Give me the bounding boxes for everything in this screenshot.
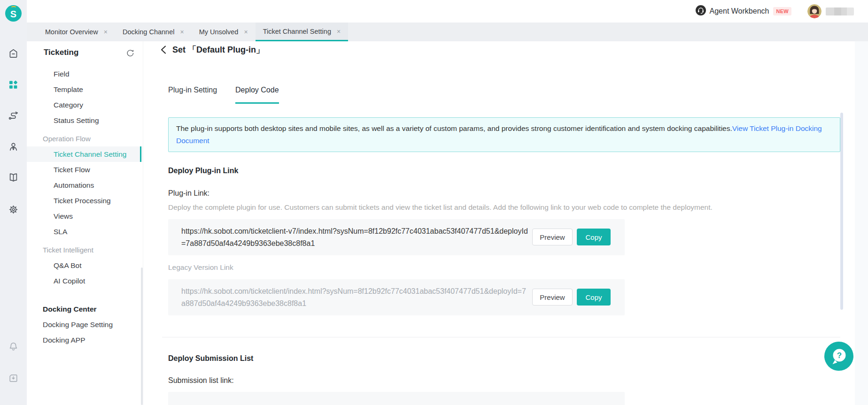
- sidebar-item-sla[interactable]: SLA: [27, 224, 143, 239]
- workflow-icon[interactable]: [8, 109, 19, 121]
- workspace-tab-bar: Monitor Overview × Docking Channel × My …: [27, 23, 868, 41]
- download-tray-icon[interactable]: [8, 372, 19, 384]
- help-question-bubble-icon: ?: [837, 351, 842, 360]
- sidebar-item-ticket-processing[interactable]: Ticket Processing: [27, 193, 143, 208]
- main-content: Set 「Default Plug-in」 Plug-in Setting De…: [143, 41, 855, 405]
- close-icon[interactable]: ×: [244, 28, 248, 36]
- sidebar-item-status-setting[interactable]: Status Setting: [27, 113, 143, 128]
- refresh-icon[interactable]: [126, 49, 134, 57]
- close-icon[interactable]: ×: [180, 28, 184, 36]
- plugin-link-box: https://hk.sobot.com/ticketclient-v7/ind…: [168, 219, 625, 255]
- sidebar-item-qa-bot[interactable]: Q&A Bot: [27, 258, 143, 273]
- customer-icon[interactable]: [8, 141, 19, 153]
- logo-letter: S: [10, 9, 16, 19]
- app-root: S: [0, 0, 868, 405]
- sidebar-item-automations[interactable]: Automations: [27, 177, 143, 193]
- sidebar-item-docking-page-setting[interactable]: Docking Page Setting: [27, 317, 143, 332]
- sidebar: Ticketing Field Template Category Status…: [27, 41, 143, 405]
- tab-plug-in-setting[interactable]: Plug-in Setting: [168, 86, 217, 104]
- workspace-tab-docking-channel[interactable]: Docking Channel ×: [115, 23, 192, 41]
- sidebar-item-ai-copilot[interactable]: AI Copilot: [27, 273, 143, 289]
- legacy-link-box: https://hk.sobot.com/ticketclient/index.…: [168, 279, 625, 315]
- submission-list-link-label: Submission list link:: [168, 376, 234, 385]
- topbar-right-cluster: Agent Workbench NEW: [696, 0, 854, 23]
- tab-label: My Unsolved: [199, 28, 239, 36]
- workspace-tab-ticket-channel-setting[interactable]: Ticket Channel Setting ×: [256, 23, 349, 41]
- sidebar-item-docking-app[interactable]: Docking APP: [27, 332, 143, 348]
- preview-button[interactable]: Preview: [532, 289, 573, 306]
- page-title: Set 「Default Plug-in」: [172, 44, 264, 55]
- sidebar-item-template[interactable]: Template: [27, 82, 143, 97]
- plugin-link-description: Deploy the complete plugin for use. Cust…: [168, 203, 713, 212]
- tab-label: Monitor Overview: [45, 28, 98, 36]
- new-badge: NEW: [773, 7, 791, 15]
- submission-link-box: [168, 392, 625, 405]
- tab-label: Ticket Channel Setting: [263, 28, 331, 35]
- headset-icon[interactable]: [696, 5, 706, 17]
- sobot-logo: S: [5, 5, 22, 22]
- sidebar-item-ticket-flow[interactable]: Ticket Flow: [27, 162, 143, 177]
- tab-deploy-code[interactable]: Deploy Code: [235, 86, 279, 104]
- avatar[interactable]: [807, 4, 822, 18]
- plugin-url-text: https://hk.sobot.com/ticketclient-v7/ind…: [181, 225, 530, 249]
- page-scrollbar-gutter: [855, 41, 868, 405]
- section-divider: [162, 337, 840, 337]
- username-redacted[interactable]: [826, 8, 854, 15]
- sidebar-header: Ticketing: [27, 41, 143, 66]
- apps-icon[interactable]: [8, 79, 19, 91]
- tab-label: Docking Channel: [123, 28, 174, 36]
- sidebar-scrollbar-thumb[interactable]: [141, 267, 143, 405]
- sidebar-item-field[interactable]: Field: [27, 66, 143, 82]
- knowledge-book-icon[interactable]: [8, 172, 19, 183]
- content-tabs: Plug-in Setting Deploy Code: [168, 86, 297, 104]
- close-icon[interactable]: ×: [104, 28, 108, 36]
- settings-gear-icon[interactable]: [8, 204, 19, 215]
- sidebar-group-docking-center[interactable]: Docking Center: [27, 301, 143, 317]
- notification-bell-icon[interactable]: [8, 341, 19, 352]
- legacy-url-text: https://hk.sobot.com/ticketclient/index.…: [181, 285, 530, 309]
- preview-button[interactable]: Preview: [532, 229, 573, 245]
- plugin-link-label: Plug-in Link:: [168, 189, 209, 198]
- sidebar-item-views[interactable]: Views: [27, 208, 143, 224]
- copy-button[interactable]: Copy: [577, 289, 611, 306]
- deploy-plugin-link-title: Deploy Plug-in Link: [168, 167, 238, 175]
- info-banner-text: The plug-in supports both desktop sites …: [176, 124, 732, 132]
- sidebar-section-operation-flow: Operation Flow: [27, 131, 143, 146]
- logo-arc: [10, 6, 17, 10]
- sidebar-title: Ticketing: [44, 48, 78, 57]
- home-icon[interactable]: [8, 47, 19, 59]
- help-fab-button[interactable]: ?: [824, 342, 853, 371]
- deploy-submission-list-title: Deploy Submission List: [168, 354, 253, 363]
- sidebar-item-ticket-channel-setting[interactable]: Ticket Channel Setting: [27, 146, 143, 162]
- close-icon[interactable]: ×: [337, 28, 341, 35]
- content-scrollbar-thumb[interactable]: [840, 113, 843, 310]
- sidebar-item-category[interactable]: Category: [27, 97, 143, 113]
- top-bar: Agent Workbench NEW: [27, 0, 868, 23]
- info-banner: The plug-in supports both desktop sites …: [168, 117, 840, 152]
- workspace-tab-my-unsolved[interactable]: My Unsolved ×: [192, 23, 256, 41]
- sidebar-menu: Field Template Category Status Setting O…: [27, 66, 143, 348]
- legacy-version-link-label: Legacy Version Link: [168, 263, 233, 272]
- sidebar-section-ticket-intelligent: Ticket Intelligent: [27, 242, 143, 258]
- icon-rail: S: [0, 0, 27, 405]
- agent-workbench-label[interactable]: Agent Workbench: [710, 7, 769, 15]
- workspace-tab-monitor-overview[interactable]: Monitor Overview ×: [38, 23, 115, 41]
- copy-button[interactable]: Copy: [577, 229, 611, 245]
- back-chevron-icon[interactable]: [160, 45, 167, 54]
